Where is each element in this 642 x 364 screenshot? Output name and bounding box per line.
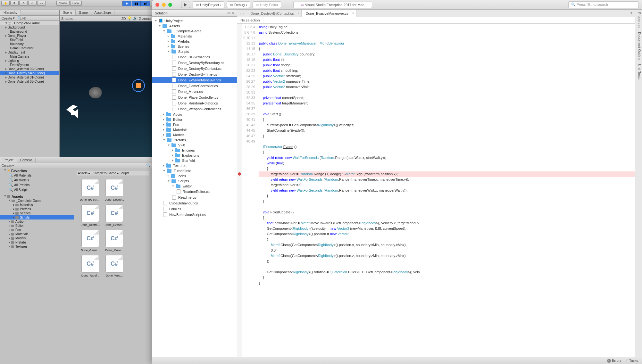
properties-pad[interactable]: Properties <box>636 12 641 28</box>
solution-item[interactable]: Textures <box>152 163 237 168</box>
hierarchy-item[interactable]: EventSystem <box>0 63 59 67</box>
rotate-tool[interactable]: ⟲ <box>19 1 28 6</box>
create-dropdown[interactable]: Create <box>2 164 12 168</box>
solution-item[interactable]: Done_RandomRotator.cs <box>152 100 237 106</box>
solution-item[interactable]: Done_DestroyByTime.cs <box>152 71 237 77</box>
solution-item[interactable]: Explosions <box>152 153 237 158</box>
favorite-item[interactable]: 🔍All Materials <box>0 173 74 178</box>
solution-item[interactable]: Engines <box>152 148 237 153</box>
hierarchy-item[interactable]: Done_Enemy Ship(Clone) <box>0 71 59 75</box>
scene-tab[interactable]: Scene <box>60 10 76 15</box>
maximize-icon[interactable] <box>168 3 172 7</box>
hierarchy-item[interactable]: Done_Player <box>0 34 59 38</box>
pivot-center[interactable]: Center <box>56 1 70 6</box>
favorite-item[interactable]: 🔍All Scripts <box>0 187 74 192</box>
solution-item[interactable]: Starfield <box>152 158 237 163</box>
hierarchy-item[interactable]: Background <box>0 25 59 29</box>
solution-item[interactable]: Icons <box>152 173 237 178</box>
hierarchy-item[interactable]: Done_Asteroid 03(Clone) <box>0 79 59 84</box>
gizmos-toggle[interactable]: Gizmos <box>139 17 151 21</box>
solution-item[interactable]: Done_DestroyByBoundary.cs <box>152 60 237 66</box>
console-tab[interactable]: Console <box>17 158 36 162</box>
assets-header[interactable]: Assets <box>0 194 74 199</box>
hier-search[interactable]: All <box>22 16 26 20</box>
solution-item[interactable]: Done_WeaponController.cs <box>152 106 237 112</box>
solution-item[interactable]: NewBehaviourScript.cs <box>152 212 237 218</box>
asset-tree-item[interactable]: Foo <box>0 228 74 232</box>
asset-grid-item[interactable]: C#Done_Game... <box>80 230 101 252</box>
shading-mode[interactable]: Shaded <box>61 17 73 21</box>
solution-item[interactable]: Done_GameController.cs <box>152 83 237 89</box>
asset-tree-item[interactable]: Audio <box>0 219 74 224</box>
solution-item[interactable]: Scripts <box>152 49 237 54</box>
move-tool[interactable]: ✥ <box>10 1 19 6</box>
hierarchy-item[interactable]: Game Controller <box>0 46 59 50</box>
asteroid-object[interactable] <box>89 87 102 98</box>
crumb-target[interactable]: ▭ Unity Editor <box>253 1 281 8</box>
create-dropdown[interactable]: Create <box>2 16 12 20</box>
favorite-item[interactable]: 🔍All Models <box>0 178 74 183</box>
solution-item[interactable]: _Complete-Game <box>152 29 237 34</box>
sol-assets[interactable]: Assets <box>152 23 237 29</box>
nav-fwd[interactable]: › <box>243 12 244 15</box>
project-tab[interactable]: Project <box>0 158 17 162</box>
nav-back[interactable]: ‹ <box>240 12 241 15</box>
unittests-pad[interactable]: Unit Tests <box>636 64 641 79</box>
asset-tree-item[interactable]: _Complete-Game <box>0 199 74 203</box>
rect-tool[interactable]: ▭ <box>37 1 46 6</box>
hierarchy-item[interactable]: Lighting <box>0 59 59 63</box>
hand-tool[interactable]: ✋ <box>1 1 10 6</box>
editor-tab-0[interactable]: Done_DestroyByContact.cs× <box>246 10 302 17</box>
hierarchy-item[interactable]: Main Camera <box>0 54 59 59</box>
hierarchy-tab[interactable]: Hierarchy <box>0 10 21 15</box>
pause-button[interactable]: ▮▮ <box>132 1 141 6</box>
enemy-ship-gizmo[interactable] <box>132 79 145 92</box>
tab-menu-icon[interactable]: ▾ <box>628 10 635 17</box>
pivot-local[interactable]: Local <box>70 1 82 6</box>
step-button[interactable]: ▶| <box>141 1 150 6</box>
asset-grid-item[interactable]: C#Done_Wea... <box>104 255 125 277</box>
2d-toggle[interactable]: 2D <box>121 17 126 21</box>
code-area[interactable]: using UnityEngine;using System.Collectio… <box>258 24 635 357</box>
solution-item[interactable]: Prefabs <box>152 39 237 44</box>
run-button[interactable] <box>181 2 190 8</box>
solution-item[interactable]: Lolol.cs <box>152 206 237 212</box>
asset-tree-item[interactable]: Editor <box>0 224 74 228</box>
solution-item[interactable]: VFX <box>152 143 237 148</box>
breadcrumb[interactable]: Assets ▸ _Complete-Game ▸ Scripts <box>77 171 149 176</box>
asset-tree-item[interactable]: Textures <box>0 244 74 249</box>
solution-item[interactable]: Done_Mover.cs <box>152 89 237 95</box>
breakpoint[interactable] <box>237 172 242 178</box>
solution-item[interactable]: Foo <box>152 122 237 127</box>
asset-tree-item[interactable]: Scenes <box>0 211 74 215</box>
solution-item[interactable]: Scenes <box>152 44 237 49</box>
game-tab[interactable]: Game <box>76 10 91 15</box>
hierarchy-item[interactable]: Display Text <box>0 50 59 54</box>
solution-item[interactable]: TutorialInfo <box>152 168 237 173</box>
asset-grid-item[interactable]: C#Done_BGScro... <box>80 179 101 201</box>
solution-item[interactable]: Scripts <box>152 178 237 184</box>
solution-item[interactable]: Editor <box>152 184 237 189</box>
asset-grid-item[interactable]: C#Done_Rand... <box>80 255 101 277</box>
solution-item[interactable]: Editor <box>152 117 237 122</box>
sol-root[interactable]: 📘 UnityProject <box>152 18 237 23</box>
asset-grid-item[interactable]: C#Done_Destro... <box>104 179 125 201</box>
errors-button[interactable]: Errors <box>607 359 621 363</box>
asset-tree-item[interactable]: Materials <box>0 203 74 207</box>
tasks-button[interactable]: ✓Tasks <box>625 359 638 363</box>
search-input[interactable]: 🔍 Press '⌘.' to search <box>568 1 639 8</box>
solution-item[interactable]: Materials <box>152 127 237 132</box>
solution-item[interactable]: Readme.cs <box>152 194 237 200</box>
asset-tree-item[interactable]: Scripts <box>0 215 74 219</box>
minimize-icon[interactable] <box>162 3 166 7</box>
play-button[interactable] <box>122 1 131 6</box>
asset-grid-item[interactable]: C#Done_Destro... <box>80 204 101 227</box>
hierarchy-item[interactable]: Done_Asteroid 01(Clone) <box>0 75 59 79</box>
scale-tool[interactable]: ⤢ <box>28 1 37 6</box>
asset-tree-item[interactable]: Prefabs <box>0 240 74 244</box>
solution-item[interactable]: Models <box>152 132 237 137</box>
favorites-header[interactable]: ★Favorites <box>0 168 74 173</box>
hierarchy-item[interactable]: Done_Asteroid 02(Clone) <box>0 67 59 71</box>
solution-item[interactable]: Done_EvasiveManeuver.cs <box>152 77 237 83</box>
scene-root[interactable]: ⬚ _Complete-Game <box>0 21 59 25</box>
